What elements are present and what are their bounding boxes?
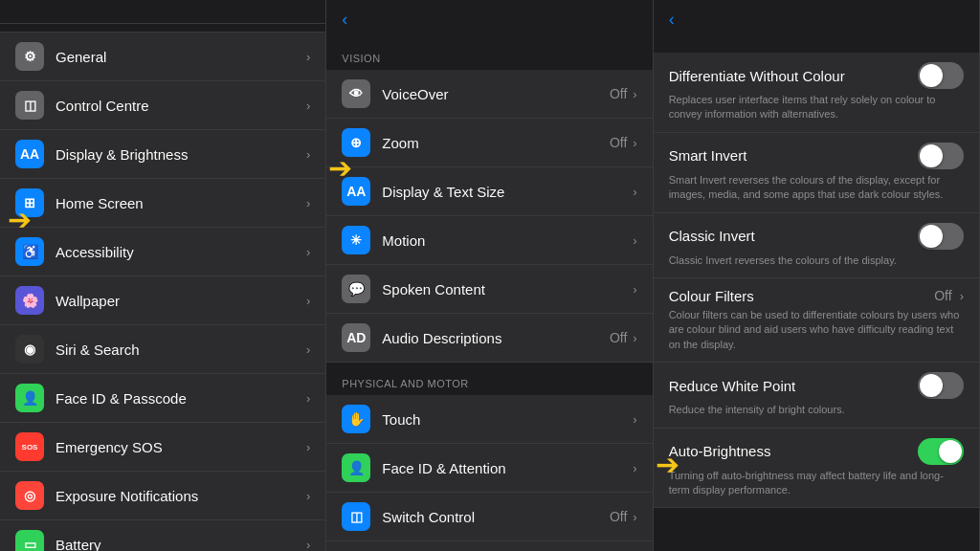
label-motion: Motion: [382, 232, 633, 249]
icon-battery: ▭: [15, 530, 44, 551]
chevron-icon: ›: [633, 87, 636, 101]
value-switch-control: Off: [610, 509, 627, 524]
toggle-switch-classic-invert[interactable]: [918, 223, 964, 250]
chevron-icon: ›: [633, 185, 636, 199]
toggle-row-colour-filters: Colour Filters Off › Colour filters can …: [654, 278, 979, 363]
toggle-desc-auto-brightness: Turning off auto-brightness may affect b…: [669, 469, 964, 498]
label-control-centre: Control Centre: [56, 98, 306, 114]
toggle-title-auto-brightness: Auto-Brightness: [669, 443, 918, 459]
icon-voiceover: 👁: [342, 79, 370, 108]
settings-item-battery[interactable]: ▭ Battery ›: [0, 520, 325, 551]
chevron-icon: ›: [633, 412, 636, 427]
chevron-icon: ›: [306, 342, 310, 357]
icon-display-brightness: AA: [15, 140, 44, 168]
icon-control-centre: ◫: [15, 91, 44, 120]
panel3-toggles: Differentiate Without Colour Replaces us…: [654, 53, 979, 551]
settings-main-group: ⚙ General › ◫ Control Centre › AA Displa…: [0, 32, 325, 551]
toggle-knob-differentiate-without-colour: [920, 64, 943, 87]
settings-item-display-brightness[interactable]: AA Display & Brightness ›: [0, 130, 325, 179]
section-label-physical-and-motor: PHYSICAL AND MOTOR: [326, 363, 652, 395]
value-voiceover: Off: [610, 86, 627, 101]
label-general: General: [56, 49, 306, 65]
settings-item-face-id-attention[interactable]: 👤 Face ID & Attention ›: [326, 444, 652, 493]
settings-item-display-text-size[interactable]: AA Display & Text Size ›: [326, 167, 652, 216]
toggle-title-classic-invert: Classic Invert: [669, 228, 918, 244]
label-siri-search: Siri & Search: [56, 342, 306, 358]
chevron-icon: ›: [633, 282, 636, 297]
label-home-screen: Home Screen: [56, 195, 306, 211]
toggle-switch-differentiate-without-colour[interactable]: [918, 62, 964, 89]
label-audio-descriptions: Audio Descriptions: [382, 330, 610, 346]
settings-item-voiceover[interactable]: 👁 VoiceOver Off ›: [326, 70, 652, 119]
chevron-icon: ›: [633, 136, 636, 150]
chevron-icon: ›: [306, 99, 310, 113]
settings-item-motion[interactable]: ✳ Motion ›: [326, 216, 652, 265]
label-voiceover: VoiceOver: [382, 86, 610, 102]
settings-item-spoken-content[interactable]: 💬 Spoken Content ›: [326, 265, 652, 314]
chevron-icon: ›: [306, 147, 310, 162]
settings-item-exposure-notifications[interactable]: ◎ Exposure Notifications ›: [0, 472, 325, 520]
toggle-desc-smart-invert: Smart Invert reverses the colours of the…: [669, 173, 964, 203]
chevron-icon: ›: [960, 289, 964, 303]
value-zoom: Off: [610, 135, 627, 150]
label-spoken-content: Spoken Content: [382, 281, 633, 298]
toggle-title-colour-filters: Colour Filters: [669, 288, 935, 304]
display-text-size-header: ‹: [654, 0, 979, 37]
icon-switch-control: ◫: [342, 502, 370, 531]
toggle-knob-auto-brightness: [939, 440, 962, 463]
accessibility-header: ‹: [326, 0, 652, 37]
chevron-icon: ›: [306, 50, 310, 64]
settings-item-audio-descriptions[interactable]: AD Audio Descriptions Off ›: [326, 314, 652, 363]
toggle-row-reduce-white-point: Reduce White Point Reduce the intensity …: [654, 363, 979, 428]
toggle-row-differentiate-without-colour: Differentiate Without Colour Replaces us…: [654, 53, 979, 133]
chevron-icon: ›: [306, 196, 310, 210]
icon-general: ⚙: [15, 42, 44, 71]
label-touch: Touch: [382, 411, 633, 428]
toggle-desc-reduce-white-point: Reduce the intensity of bright colours.: [669, 403, 964, 417]
settings-item-wallpaper[interactable]: 🌸 Wallpaper ›: [0, 276, 325, 325]
settings-item-emergency-sos[interactable]: SOS Emergency SOS ›: [0, 423, 325, 472]
icon-audio-descriptions: AD: [342, 323, 370, 352]
toggle-knob-reduce-white-point: [920, 374, 943, 397]
settings-item-face-id-passcode[interactable]: 👤 Face ID & Passcode ›: [0, 374, 325, 423]
chevron-icon: ›: [633, 461, 636, 475]
settings-item-zoom[interactable]: ⊕ Zoom Off ›: [326, 119, 652, 167]
chevron-icon: ›: [306, 391, 310, 406]
chevron-icon: ›: [306, 245, 310, 259]
icon-zoom: ⊕: [342, 128, 370, 157]
back-chevron-icon: ‹: [342, 10, 347, 30]
chevron-icon: ›: [633, 510, 636, 524]
label-display-text-size: Display & Text Size: [382, 184, 633, 200]
settings-item-voice-control[interactable]: 🎙 Voice Control Off ›: [326, 541, 652, 551]
chevron-icon: ›: [633, 331, 636, 345]
settings-item-switch-control[interactable]: ◫ Switch Control Off ›: [326, 493, 652, 541]
chevron-icon: ›: [306, 538, 310, 552]
chevron-icon: ›: [306, 294, 310, 308]
icon-motion: ✳: [342, 226, 370, 254]
icon-face-id-passcode: 👤: [15, 384, 44, 412]
label-face-id-attention: Face ID & Attention: [382, 460, 633, 476]
settings-item-siri-search[interactable]: ◉ Siri & Search ›: [0, 325, 325, 374]
toggle-knob-smart-invert: [920, 144, 943, 167]
settings-item-touch[interactable]: ✋ Touch ›: [326, 395, 652, 444]
section-label-vision: VISION: [326, 37, 652, 70]
icon-display-text-size: AA: [342, 177, 370, 206]
toggle-desc-differentiate-without-colour: Replaces user interface items that rely …: [669, 93, 964, 122]
chevron-icon: ›: [306, 489, 310, 503]
chevron-icon: ›: [306, 440, 310, 454]
toggle-switch-reduce-white-point[interactable]: [918, 372, 964, 399]
settings-item-home-screen[interactable]: ⊞ Home Screen ›: [0, 179, 325, 228]
label-emergency-sos: Emergency SOS: [56, 439, 306, 455]
toggle-switch-smart-invert[interactable]: [918, 143, 964, 169]
toggle-switch-auto-brightness[interactable]: [918, 438, 964, 465]
settings-item-control-centre[interactable]: ◫ Control Centre ›: [0, 81, 325, 130]
settings-list: ⚙ General › ◫ Control Centre › AA Displa…: [0, 24, 325, 551]
settings-item-general[interactable]: ⚙ General ›: [0, 32, 325, 81]
toggle-title-smart-invert: Smart Invert: [669, 147, 918, 164]
toggle-desc-classic-invert: Classic Invert reverses the colours of t…: [669, 253, 964, 268]
label-accessibility: Accessibility: [56, 244, 306, 260]
icon-siri-search: ◉: [15, 335, 44, 364]
label-zoom: Zoom: [382, 135, 610, 151]
panel3-top-text: [654, 37, 979, 53]
settings-item-accessibility[interactable]: ♿ Accessibility ›: [0, 228, 325, 276]
